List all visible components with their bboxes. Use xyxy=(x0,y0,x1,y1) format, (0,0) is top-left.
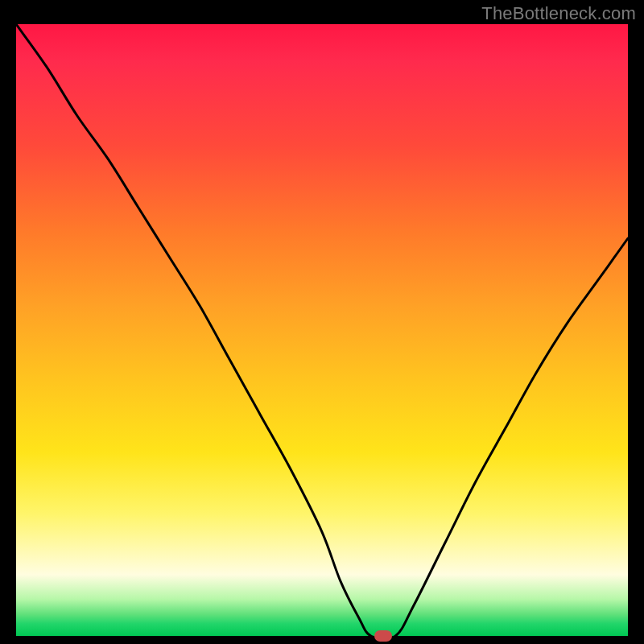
plot-area xyxy=(16,24,628,636)
watermark-text: TheBottleneck.com xyxy=(481,3,636,24)
chart-frame: TheBottleneck.com xyxy=(0,0,644,644)
gradient-background xyxy=(16,24,628,636)
